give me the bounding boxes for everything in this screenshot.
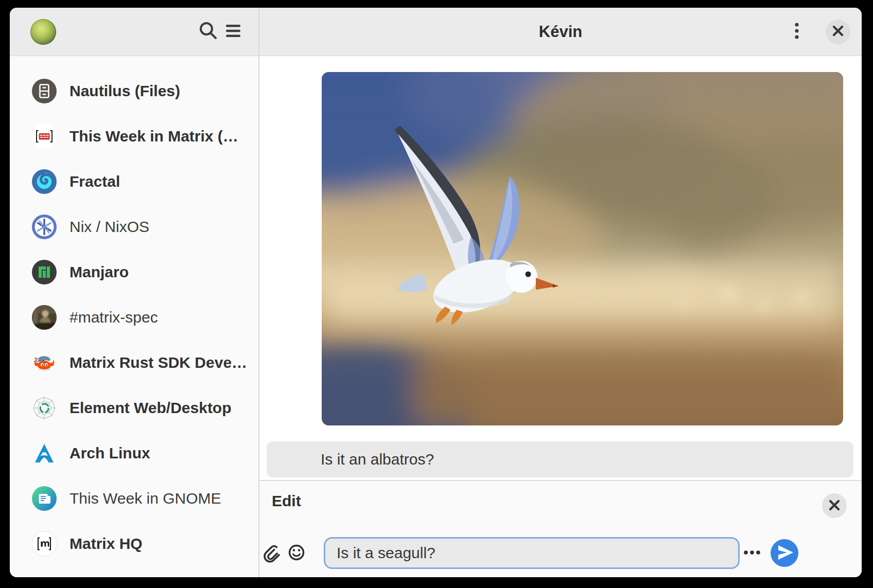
message-text: Is it an albatros? xyxy=(321,451,434,468)
room-name-label: This Week in GNOME xyxy=(69,490,221,507)
room-title: Kévin xyxy=(259,23,862,41)
element-web-icon xyxy=(32,396,57,420)
room-name-label: Matrix HQ xyxy=(69,535,143,553)
send-paper-plane-icon xyxy=(771,539,798,568)
room-item-arch[interactable]: Arch Linux xyxy=(10,431,258,476)
room-item-twim[interactable]: This Week in Matrix (… xyxy=(10,114,258,159)
room-item-rustsdk[interactable]: Matrix Rust SDK Deve… xyxy=(10,340,258,385)
message-list: Is it an albatros? xyxy=(259,56,862,480)
manjaro-logo-icon xyxy=(32,260,57,284)
search-icon xyxy=(196,19,221,45)
room-item-nautilus[interactable]: Nautilus (Files) xyxy=(10,68,258,114)
room-list: Nautilus (Files) This Week in Matrix (… … xyxy=(10,56,258,577)
message-input[interactable] xyxy=(324,537,740,569)
room-item-manjaro[interactable]: Manjaro xyxy=(10,250,258,295)
attach-file-button[interactable] xyxy=(259,541,284,565)
matrix-bracket-m-icon xyxy=(32,531,57,556)
room-name-label: Matrix Rust SDK Deve… xyxy=(69,354,247,371)
twig-newspaper-icon xyxy=(32,486,57,511)
kebab-menu-icon xyxy=(784,19,809,45)
fractal-spiral-icon xyxy=(32,169,57,194)
room-item-matrixspec[interactable]: #matrix-spec xyxy=(10,295,258,340)
close-icon xyxy=(826,19,850,45)
file-cabinet-icon xyxy=(32,79,57,103)
room-name-label: Nautilus (Files) xyxy=(69,82,180,100)
sidebar-headerbar xyxy=(10,8,258,56)
twim-logo-icon xyxy=(32,124,57,149)
room-item-fractal[interactable]: Fractal xyxy=(10,159,258,204)
room-name-label: Fractal xyxy=(69,173,120,190)
room-name-label: Element Web/Desktop xyxy=(69,399,232,417)
ferris-crab-icon xyxy=(32,350,57,375)
hamburger-menu-icon xyxy=(221,19,246,45)
room-name-label: #matrix-spec xyxy=(69,309,158,326)
message-bubble-highlighted: Is it an albatros? xyxy=(267,441,853,477)
window-close-button[interactable] xyxy=(826,20,850,44)
account-avatar[interactable] xyxy=(30,19,56,45)
room-item-nix[interactable]: Nix / NixOS xyxy=(10,204,258,250)
more-options-button[interactable] xyxy=(740,541,764,565)
search-button[interactable] xyxy=(196,20,221,44)
insert-emoji-button[interactable] xyxy=(284,541,309,565)
person-photo-avatar xyxy=(32,305,57,330)
image-message-seagull-photo[interactable] xyxy=(322,72,843,425)
edit-mode-label: Edit xyxy=(272,492,301,510)
room-name-label: Arch Linux xyxy=(69,444,150,462)
paperclip-icon xyxy=(259,540,284,566)
arch-linux-icon xyxy=(32,441,57,466)
room-headerbar: Kévin xyxy=(259,8,862,56)
room-menu-button[interactable] xyxy=(784,20,809,44)
cancel-edit-button[interactable] xyxy=(822,493,847,518)
room-item-element[interactable]: Element Web/Desktop xyxy=(10,385,258,431)
room-name-label: This Week in Matrix (… xyxy=(69,128,238,145)
main-menu-button[interactable] xyxy=(221,20,246,44)
room-name-label: Nix / NixOS xyxy=(69,218,149,236)
smiley-face-icon xyxy=(284,540,309,566)
edit-panel: Edit xyxy=(259,481,862,577)
room-name-label: Manjaro xyxy=(69,263,129,281)
room-history: Is it an albatros? Edit xyxy=(259,56,862,577)
ellipsis-icon xyxy=(740,540,764,566)
room-item-matrixhq[interactable]: Matrix HQ xyxy=(10,521,258,566)
close-icon xyxy=(822,493,847,519)
composer-row xyxy=(259,537,862,569)
nix-snowflake-icon xyxy=(32,215,57,239)
room-item-twig[interactable]: This Week in GNOME xyxy=(10,476,258,521)
fractal-window: Kévin Nautilus (Files) xyxy=(10,8,862,577)
send-message-button[interactable] xyxy=(771,539,798,567)
